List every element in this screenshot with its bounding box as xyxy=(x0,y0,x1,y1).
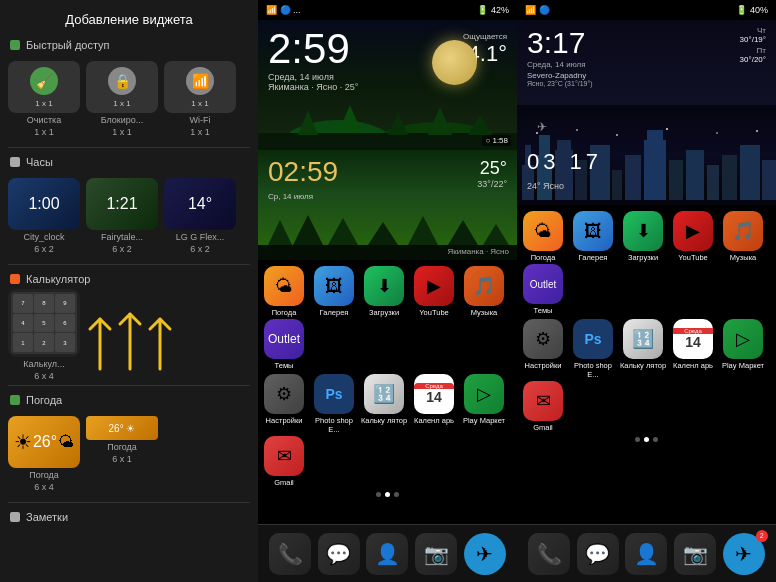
cleanup-icon: 🧹 xyxy=(30,67,58,95)
cleanup-label: Очистка xyxy=(8,115,80,125)
app-gmail-p2[interactable]: ✉ Gmail xyxy=(260,436,308,487)
svg-rect-27 xyxy=(647,130,663,140)
app-settings-p3[interactable]: ⚙ Настройки xyxy=(519,319,567,379)
block-size-label: 1 x 1 xyxy=(86,127,158,137)
svg-marker-9 xyxy=(268,220,292,245)
app-calendar-p3[interactable]: Среда 14 Каленл арь xyxy=(669,319,717,379)
dock-camera-p2[interactable]: 📷 xyxy=(415,533,457,575)
city-clock-widget-p3[interactable]: 03 17 24° Ясно ✈ xyxy=(517,105,776,205)
status-right-p2: 🔋 42% xyxy=(477,5,509,15)
status-left-p3: 📶 🔵 xyxy=(525,5,550,15)
svg-rect-29 xyxy=(686,150,704,205)
app-gallery-p3[interactable]: 🖼 Галерея xyxy=(569,211,617,262)
section-label-text: Быстрый доступ xyxy=(26,39,110,51)
widget-city-clock[interactable]: 1:00 City_clock 6 x 2 xyxy=(8,178,80,254)
dock-phone-p2[interactable]: 📞 xyxy=(269,533,311,575)
lg-clock-size: 6 x 2 xyxy=(164,244,236,254)
dock-camera-p3[interactable]: 📷 xyxy=(674,533,716,575)
widget-weather-small[interactable]: 26° ☀ Погода 6 x 1 xyxy=(86,416,158,492)
photoshop-icon-p3: Ps xyxy=(573,319,613,359)
gmail-icon-p3: ✉ xyxy=(523,381,563,421)
widget-weather-large[interactable]: ☀ 26° 🌤 Погода 6 x 4 xyxy=(8,416,80,492)
app-weather-p2[interactable]: 🌤 Погода xyxy=(260,266,308,317)
section-clocks: Часы xyxy=(0,152,258,172)
calc-key: 9 xyxy=(55,294,75,313)
app-calc-p3[interactable]: 🔢 Кальку лятор xyxy=(619,319,667,379)
wifi-icon: 📶 xyxy=(186,67,214,95)
svg-rect-31 xyxy=(722,155,737,205)
widget-calculator[interactable]: 7 8 9 4 5 6 1 2 3 Калькул... 6 x 4 xyxy=(8,289,80,381)
calc-key: 6 xyxy=(55,314,75,333)
app-photoshop-p3[interactable]: Ps Photo shop E... xyxy=(569,319,617,379)
dock-phone-p3[interactable]: 📞 xyxy=(528,533,570,575)
app-themes-p3[interactable]: Outlet Темы xyxy=(519,264,567,315)
svg-point-38 xyxy=(666,128,668,130)
app-calc-p2[interactable]: 🔢 Кальку лятор xyxy=(360,374,408,434)
dock-contacts-p2[interactable]: 👤 xyxy=(366,533,408,575)
airplane-icon: ✈ xyxy=(537,120,547,134)
svg-marker-4 xyxy=(338,105,362,133)
status-right-p3: 🔋 40% xyxy=(736,5,768,15)
w2-range: 33°/22° xyxy=(477,179,507,189)
dock-telegram-p3[interactable]: ✈ 2 xyxy=(723,533,765,575)
app-photoshop-p2[interactable]: Ps Photo shop E... xyxy=(310,374,358,434)
app-playstore-p2[interactable]: ▷ Play Маркет xyxy=(460,374,508,434)
divider3 xyxy=(8,385,250,386)
city-clock-preview: 1:00 xyxy=(28,195,59,213)
weather-small-size: 6 x 1 xyxy=(86,454,158,464)
dock-telegram-p2[interactable]: ✈ xyxy=(464,533,506,575)
p3-thu-temp: 30°/19° xyxy=(740,35,766,44)
notes-label: Заметки xyxy=(26,511,68,523)
app-themes-p2[interactable]: Outlet Темы xyxy=(260,319,308,370)
dock-messages-p2[interactable]: 💬 xyxy=(318,533,360,575)
weather-clock-widget-1[interactable]: 2:59 Ощущается 24.1° Среда, 14 июля Яким… xyxy=(258,20,517,150)
city-clock-size: 6 x 2 xyxy=(8,244,80,254)
app-calendar-p2[interactable]: Среда 14 Каленл арь xyxy=(410,374,458,434)
settings-name-p3: Настройки xyxy=(525,361,562,370)
widget-block[interactable]: 🔒 1 x 1 Блокиро... 1 x 1 xyxy=(86,61,158,137)
gallery-app-name: Галерея xyxy=(320,308,349,317)
app-youtube-p2[interactable]: ▶ YouTube xyxy=(410,266,458,317)
apps-row1-p3: 🌤 Погода 🖼 Галерея ⬇ Загрузки ▶ YouTube … xyxy=(517,205,776,317)
widget-fairytale[interactable]: 1:21 Fairytale... 6 x 2 xyxy=(86,178,158,254)
weather-clock-p3[interactable]: 3:17 Среда, 14 июля Severo-Zapadny Ясно,… xyxy=(517,20,776,105)
app-settings-p2[interactable]: ⚙ Настройки xyxy=(260,374,308,434)
svg-rect-32 xyxy=(740,145,760,205)
apps-row2-p2: ⚙ Настройки Ps Photo shop E... 🔢 Кальку … xyxy=(258,372,517,489)
app-gallery-p2[interactable]: 🖼 Галерея xyxy=(310,266,358,317)
svg-rect-26 xyxy=(644,140,666,205)
dock-messages-p3[interactable]: 💬 xyxy=(577,533,619,575)
app-gmail-p3[interactable]: ✉ Gmail xyxy=(519,381,567,432)
youtube-icon-p3: ▶ xyxy=(673,211,713,251)
widget-wifi[interactable]: 📶 1 x 1 Wi-Fi 1 x 1 xyxy=(164,61,236,137)
svg-marker-13 xyxy=(408,216,438,245)
bottom-dock-p3: 📞 💬 👤 📷 ✈ 2 xyxy=(517,524,776,582)
settings-app-name: Настройки xyxy=(266,416,303,425)
svg-marker-5 xyxy=(388,113,408,135)
dock-contacts-p3[interactable]: 👤 xyxy=(625,533,667,575)
svg-rect-25 xyxy=(625,155,641,205)
app-weather-p3[interactable]: 🌤 Погода xyxy=(519,211,567,262)
widget-lg-flex[interactable]: 14° LG G Flex... 6 x 2 xyxy=(164,178,236,254)
svg-point-39 xyxy=(716,132,718,134)
calc-widget-row: 7 8 9 4 5 6 1 2 3 Калькул... 6 x 4 xyxy=(0,289,258,381)
app-music-p2[interactable]: 🎵 Музыка xyxy=(460,266,508,317)
music-app-name: Музыка xyxy=(471,308,498,317)
calculator-app-icon: 🔢 xyxy=(364,374,404,414)
svg-marker-11 xyxy=(328,218,358,245)
calculator-section: Калькулятор 7 8 9 4 5 6 1 2 3 xyxy=(0,269,258,381)
app-download-p2[interactable]: ⬇ Загрузки xyxy=(360,266,408,317)
widget-cleanup[interactable]: 🧹 1 x 1 Очистка 1 x 1 xyxy=(8,61,80,137)
divider4 xyxy=(8,502,250,503)
weather-large-label: Погода xyxy=(8,470,80,480)
app-download-p3[interactable]: ⬇ Загрузки xyxy=(619,211,667,262)
gallery-icon-p3: 🖼 xyxy=(573,211,613,251)
app-music-p3[interactable]: 🎵 Музыка xyxy=(719,211,767,262)
gmail-app-icon: ✉ xyxy=(264,436,304,476)
weather-widget-2[interactable]: 02:59 Ср, 14 июля 25° 33°/22° Якиманка ·… xyxy=(258,150,517,260)
p3-clock-time: 3:17 xyxy=(527,26,593,60)
city-clock-label: City_clock xyxy=(8,232,80,242)
app-youtube-p3[interactable]: ▶ YouTube xyxy=(669,211,717,262)
app-playstore-p3[interactable]: ▷ Play Маркет xyxy=(719,319,767,379)
bottom-dock-p2: 📞 💬 👤 📷 ✈ xyxy=(258,524,517,582)
